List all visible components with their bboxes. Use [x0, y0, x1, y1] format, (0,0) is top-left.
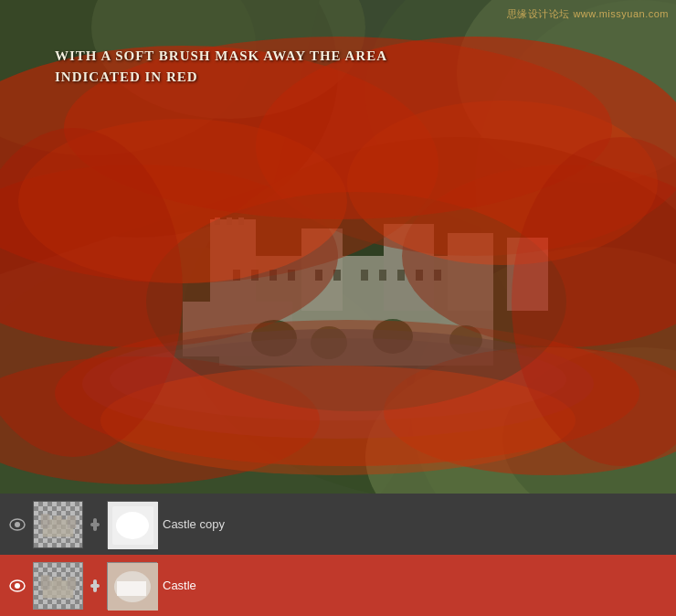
layer-thumbnail-castle-copy: [33, 501, 83, 548]
watermark: 思缘设计论坛 www.missyuan.com: [507, 7, 669, 21]
layer-row-castle-copy[interactable]: Castle copy: [0, 494, 676, 555]
layer-row-castle[interactable]: Castle: [0, 555, 676, 616]
main-container: 思缘设计论坛 www.missyuan.com WITH A SOFT BRUS…: [0, 0, 676, 616]
layer-mask-castle-copy: [107, 501, 157, 548]
svg-rect-57: [41, 514, 50, 527]
svg-rect-69: [68, 577, 77, 589]
svg-rect-58: [68, 515, 77, 527]
svg-rect-59: [53, 515, 62, 527]
layer-visibility-castle[interactable]: [7, 576, 27, 596]
layer-link-icon-castle: [89, 579, 101, 592]
svg-rect-68: [41, 575, 50, 589]
svg-rect-70: [53, 577, 62, 589]
layer-name-castle-copy: Castle copy: [163, 517, 669, 531]
instruction-line1: WITH A SOFT BRUSH MASK AWAY THE AREA: [55, 46, 387, 67]
svg-point-55: [15, 522, 20, 527]
svg-point-66: [15, 583, 20, 589]
svg-point-50: [100, 366, 576, 475]
svg-rect-72: [90, 584, 100, 588]
layer-name-castle: Castle: [163, 579, 669, 592]
layer-visibility-castle-copy[interactable]: [7, 515, 27, 535]
instruction-line2: INDICATED IN RED: [55, 67, 387, 88]
svg-rect-61: [90, 523, 100, 526]
svg-point-64: [116, 512, 149, 539]
layer-link-icon-castle-copy: [89, 518, 101, 531]
instruction-text: WITH A SOFT BRUSH MASK AWAY THE AREA IND…: [55, 46, 387, 87]
layer-mask-castle: [107, 562, 157, 610]
svg-rect-76: [117, 581, 146, 596]
image-area: 思缘设计论坛 www.missyuan.com WITH A SOFT BRUS…: [0, 0, 676, 494]
layer-thumbnail-castle: [33, 562, 83, 610]
layers-panel: Castle copy: [0, 494, 676, 616]
